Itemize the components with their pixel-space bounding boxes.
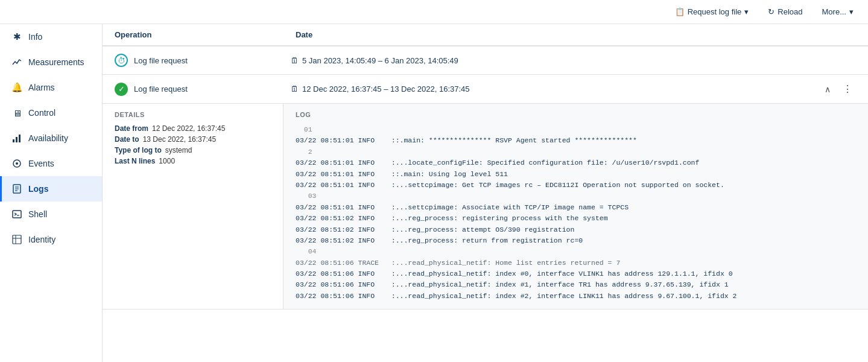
sidebar-item-control[interactable]: 🖥 Control (0, 100, 102, 125)
sidebar-item-events[interactable]: Events (0, 151, 102, 176)
svg-point-4 (16, 162, 18, 165)
calendar-icon: 🗓 (291, 56, 299, 65)
measurements-icon (11, 57, 22, 68)
identity-icon (11, 234, 22, 245)
detail-val-date-from: 12 Dec 2022, 16:37:45 (152, 124, 225, 133)
logs-icon (11, 183, 22, 194)
log-date-text: 5 Jan 2023, 14:05:49 – 6 Jan 2023, 14:05… (302, 56, 458, 65)
sidebar-item-label: Identity (28, 235, 55, 244)
sidebar-item-logs[interactable]: Logs (0, 176, 102, 202)
detail-type: Type of log to systemd (115, 146, 271, 154)
calendar-icon: 🗓 (291, 84, 299, 94)
more-dropdown-icon: ▾ (849, 7, 854, 16)
log-date-text: 12 Dec 2022, 16:37:45 – 13 Dec 2022, 16:… (302, 84, 470, 94)
request-log-file-label: Request log file (688, 7, 742, 16)
alarms-icon: 🔔 (11, 82, 22, 93)
sidebar-item-label: Shell (28, 209, 47, 219)
detail-date-to: Date to 13 Dec 2022, 16:37:45 (115, 135, 271, 144)
main-layout: ✱ Info Measurements 🔔 Alarms 🖥 Control A… (0, 24, 868, 362)
log-operation-label: Log file request (134, 84, 291, 94)
log-file-icon: 📋 (675, 7, 685, 16)
sidebar-item-label: Availability (28, 133, 68, 143)
svg-rect-0 (13, 139, 14, 142)
info-icon: ✱ (11, 31, 22, 42)
sidebar-item-label: Measurements (28, 57, 84, 67)
detail-key-date-from: Date from (115, 124, 148, 133)
events-icon (11, 158, 22, 169)
detail-val-type: systemd (165, 146, 192, 154)
sidebar-item-label: Events (28, 159, 54, 168)
more-button[interactable]: More... ▾ (817, 5, 858, 19)
sidebar-item-info[interactable]: ✱ Info (0, 24, 102, 49)
col-date-header: Date (296, 30, 856, 39)
status-icon-success: ✓ (115, 83, 128, 96)
sidebar-item-label: Info (28, 32, 42, 42)
reload-icon: ↻ (768, 7, 775, 16)
log-date: 🗓 5 Jan 2023, 14:05:49 – 6 Jan 2023, 14:… (291, 56, 856, 65)
table-row[interactable]: ⏱ Log file request 🗓 5 Jan 2023, 14:05:4… (103, 46, 868, 75)
availability-icon (11, 133, 22, 144)
collapse-button[interactable]: ∧ (821, 83, 834, 95)
row-actions: ∧ ⋮ (821, 82, 856, 96)
sidebar: ✱ Info Measurements 🔔 Alarms 🖥 Control A… (0, 24, 103, 362)
table-header: Operation Date (103, 24, 868, 46)
sidebar-item-label: Alarms (28, 83, 55, 92)
sidebar-item-measurements[interactable]: Measurements (0, 49, 102, 75)
detail-key-type: Type of log to (115, 146, 162, 154)
log-operation-label: Log file request (134, 56, 291, 65)
context-menu-button[interactable]: ⋮ (839, 82, 856, 96)
detail-last-n: Last N lines 1000 (115, 157, 271, 165)
sidebar-item-label: Logs (28, 184, 48, 194)
detail-date-from: Date from 12 Dec 2022, 16:37:45 (115, 124, 271, 133)
log-panel: LOG 0103/22 08:51:01 INFO ::.main: *****… (284, 104, 868, 309)
col-operation-header: Operation (115, 30, 296, 39)
sidebar-item-availability[interactable]: Availability (0, 125, 102, 151)
svg-rect-11 (13, 235, 21, 244)
log-label: LOG (296, 111, 856, 118)
content-area: Operation Date ⏱ Log file request 🗓 5 Ja… (103, 24, 868, 362)
detail-val-date-to: 13 Dec 2022, 16:37:45 (143, 135, 216, 144)
top-bar: 📋 Request log file ▾ ↻ Reload More... ▾ (0, 0, 868, 24)
sidebar-item-shell[interactable]: Shell (0, 202, 102, 227)
shell-icon (11, 209, 22, 220)
status-icon-pending: ⏱ (115, 54, 128, 67)
control-icon: 🖥 (11, 107, 22, 118)
table-row[interactable]: ✓ Log file request 🗓 12 Dec 2022, 16:37:… (103, 75, 868, 104)
svg-rect-1 (16, 137, 17, 142)
details-log-section: DETAILS Date from 12 Dec 2022, 16:37:45 … (103, 104, 868, 310)
sidebar-item-identity[interactable]: Identity (0, 227, 102, 252)
dropdown-arrow-icon: ▾ (744, 7, 749, 16)
sidebar-item-label: Control (28, 108, 55, 118)
log-content: 0103/22 08:51:01 INFO ::.main: *********… (296, 124, 856, 302)
reload-label: Reload (778, 7, 802, 16)
reload-button[interactable]: ↻ Reload (763, 5, 807, 19)
request-log-file-button[interactable]: 📋 Request log file ▾ (670, 5, 754, 19)
detail-key-last-n: Last N lines (115, 157, 155, 165)
more-label: More... (822, 7, 846, 16)
detail-key-date-to: Date to (115, 135, 139, 144)
sidebar-item-alarms[interactable]: 🔔 Alarms (0, 75, 102, 100)
details-panel: DETAILS Date from 12 Dec 2022, 16:37:45 … (103, 104, 284, 309)
detail-val-last-n: 1000 (159, 157, 175, 165)
log-date: 🗓 12 Dec 2022, 16:37:45 – 13 Dec 2022, 1… (291, 84, 821, 94)
svg-rect-2 (19, 135, 21, 142)
details-label: DETAILS (115, 111, 271, 118)
